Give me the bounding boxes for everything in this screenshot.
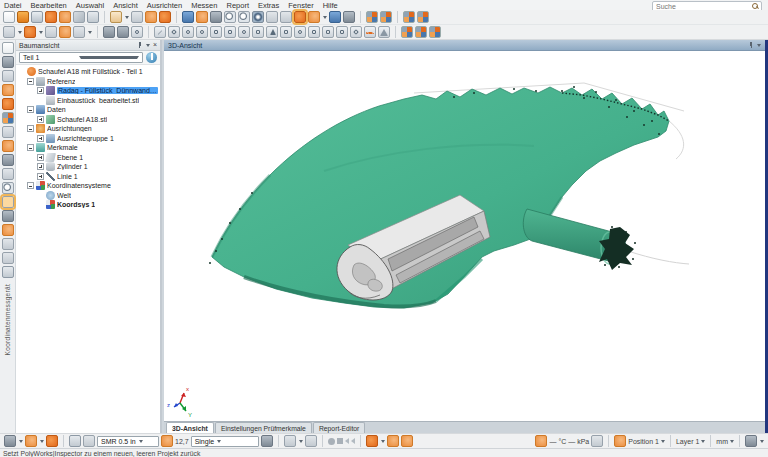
fit-view-icon[interactable]: [294, 11, 306, 23]
chevron-down-icon[interactable]: [146, 44, 150, 47]
tree-row-ebene[interactable]: Ebene 1: [16, 153, 160, 163]
layer-value[interactable]: Layer 1: [676, 438, 699, 445]
align-device-icon[interactable]: [182, 11, 194, 23]
screen-icon[interactable]: [591, 435, 603, 447]
tree-row-ausrichtungen[interactable]: Ausrichtungen: [16, 124, 160, 134]
snapshot-icon[interactable]: [87, 11, 99, 23]
ellipse-feature-icon[interactable]: [196, 26, 208, 38]
play-dropdown-icon[interactable]: [39, 31, 43, 34]
standard-views-icon[interactable]: [329, 11, 341, 23]
scan-device-icon[interactable]: [415, 26, 427, 38]
slot-feature-icon[interactable]: [210, 26, 222, 38]
play-macro-icon[interactable]: [24, 26, 36, 38]
tree-row-schaufel-stl[interactable]: Schaufel A18.stl: [16, 115, 160, 125]
restore-layout-icon[interactable]: [380, 11, 392, 23]
rail-flag-icon[interactable]: [2, 224, 14, 236]
align-bestfit-icon[interactable]: [210, 11, 222, 23]
goto-flag2-icon[interactable]: [401, 435, 413, 447]
menu-auswahl[interactable]: Auswahl: [76, 1, 104, 10]
gear-pair-icon[interactable]: [103, 26, 115, 38]
circle-feature-icon[interactable]: [182, 26, 194, 38]
pin-icon[interactable]: [137, 42, 143, 48]
close-icon[interactable]: ×: [153, 42, 157, 48]
visibility-icon[interactable]: [252, 11, 264, 23]
refresh-dropdown-icon[interactable]: [760, 440, 764, 443]
tree-row-welt[interactable]: Welt: [16, 191, 160, 201]
refresh-icon[interactable]: [745, 435, 757, 447]
rail-select-icon[interactable]: [2, 42, 14, 54]
environment-icon[interactable]: [535, 435, 547, 447]
step-back2-icon[interactable]: [351, 438, 355, 444]
cone-feature-icon[interactable]: [266, 26, 278, 38]
gear-single-icon[interactable]: [117, 26, 129, 38]
measure-mode-select[interactable]: Single: [191, 436, 259, 447]
left-rail-tab-label[interactable]: Koordinatenmessgerät: [4, 284, 11, 355]
expand-expander[interactable]: [37, 154, 44, 161]
undo-icon[interactable]: [45, 11, 57, 23]
tab-3d-ansicht[interactable]: 3D-Ansicht: [166, 422, 214, 433]
expand-expander[interactable]: [37, 163, 44, 170]
trend-chart-icon[interactable]: [73, 26, 85, 38]
export-dropdown-icon[interactable]: [18, 31, 22, 34]
rail-edit-icon[interactable]: [2, 56, 14, 68]
menu-datei[interactable]: Datei: [4, 1, 22, 10]
tab-einstellungen-pruefmerkmale[interactable]: Einstellungen Prüfmerkmale: [215, 422, 312, 433]
rail-probe-icon[interactable]: [2, 98, 14, 110]
probe-point-icon[interactable]: [25, 435, 37, 447]
mesh-tools-icon[interactable]: [429, 26, 441, 38]
viewport-chevron-icon[interactable]: [757, 44, 761, 47]
forward-icon[interactable]: [73, 11, 85, 23]
plane-feature-icon[interactable]: [168, 26, 180, 38]
maximize-3dview-icon[interactable]: [366, 11, 378, 23]
tab-report-editor[interactable]: Report-Editor: [313, 422, 365, 433]
rail-text-label-icon[interactable]: [2, 238, 14, 250]
sync-views-icon[interactable]: [403, 11, 415, 23]
menu-report[interactable]: Report: [226, 1, 249, 10]
collapse-expander[interactable]: [27, 182, 34, 189]
workspace-manager-icon[interactable]: [417, 11, 429, 23]
select-elements-icon[interactable]: [110, 11, 122, 23]
probe-diameter-icon[interactable]: [161, 435, 173, 447]
boss-feature-icon[interactable]: [322, 26, 334, 38]
rail-gear-icon[interactable]: [2, 84, 14, 96]
new-project-icon[interactable]: [3, 11, 15, 23]
search-icon[interactable]: [752, 3, 759, 10]
rail-zoom-icon[interactable]: [2, 182, 14, 194]
tree-row-daten[interactable]: Daten: [16, 105, 160, 115]
tree-row-radag[interactable]: Radag - Füllstück_Dünnwandteil.igs .stp: [16, 86, 160, 96]
rail-annotate-icon[interactable]: [2, 154, 14, 166]
datum-feature-icon[interactable]: [378, 26, 390, 38]
remote-dropdown-icon[interactable]: [299, 440, 303, 443]
selection-invert-icon[interactable]: [145, 11, 157, 23]
goto-flag-icon[interactable]: [387, 435, 399, 447]
layer-dropdown-icon[interactable]: [701, 440, 705, 443]
selection-clear-icon[interactable]: [159, 11, 171, 23]
menu-ansicht[interactable]: Ansicht: [113, 1, 138, 10]
menu-fenster[interactable]: Fenster: [288, 1, 313, 10]
3d-canvas[interactable]: x z Y: [164, 51, 765, 421]
tree-row-merkmale[interactable]: Merkmale: [16, 143, 160, 153]
rectangle-feature-icon[interactable]: [224, 26, 236, 38]
collapse-expander[interactable]: [27, 78, 34, 85]
tree-row-project[interactable]: Schaufel A18 mit Füllstück - Teil 1: [16, 67, 160, 77]
position-icon[interactable]: [614, 435, 626, 447]
lock-icon[interactable]: [305, 435, 317, 447]
reflector-select[interactable]: SMR 0.5 in: [97, 436, 159, 447]
tree-row-koordsys1[interactable]: Koordsys 1: [16, 200, 160, 210]
view-window-icon[interactable]: [266, 11, 278, 23]
panel-info-icon[interactable]: [146, 52, 157, 63]
menu-extras[interactable]: Extras: [258, 1, 279, 10]
pointer-dropdown-icon[interactable]: [381, 440, 385, 443]
export-icon[interactable]: [3, 26, 15, 38]
tree-row-ausrichtegruppe[interactable]: Ausrichtegruppe 1: [16, 134, 160, 144]
rotation-center-icon[interactable]: [343, 11, 355, 23]
pointer-tool-icon[interactable]: [366, 435, 378, 447]
distance-feature-icon[interactable]: [350, 26, 362, 38]
position-dropdown-icon[interactable]: [661, 440, 665, 443]
device-clock-icon[interactable]: [83, 435, 95, 447]
remote-display-icon[interactable]: [284, 435, 296, 447]
menu-bearbeiten[interactable]: Bearbeiten: [31, 1, 67, 10]
cylinder-feature-icon[interactable]: [252, 26, 264, 38]
trend-dropdown-icon[interactable]: [88, 31, 92, 34]
tree-row-referenz[interactable]: Referenz: [16, 77, 160, 87]
